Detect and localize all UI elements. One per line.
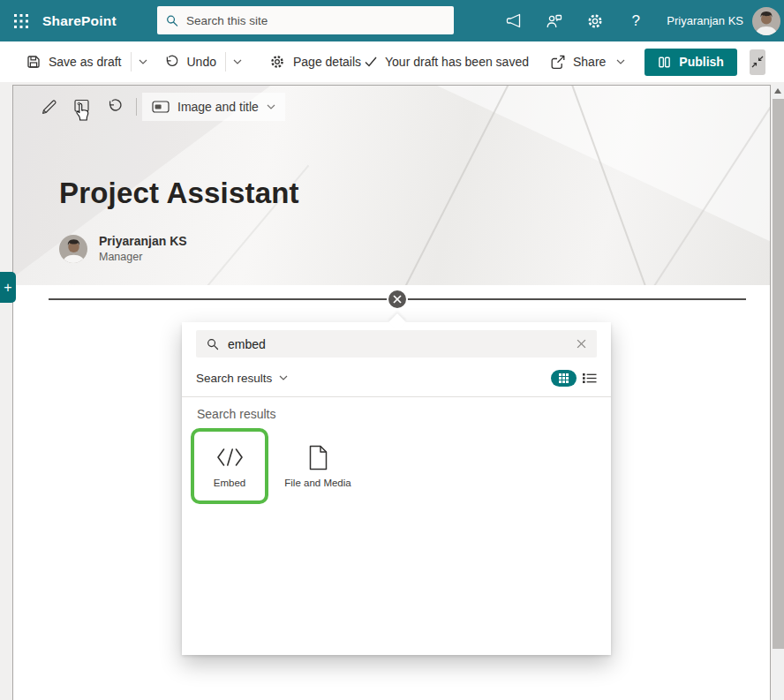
close-icon xyxy=(393,295,402,304)
page-title[interactable]: Project Assistant xyxy=(59,177,299,210)
author-avatar xyxy=(59,235,87,263)
collapse-arrows-icon xyxy=(751,56,764,68)
title-layout-dropdown[interactable]: Image and title xyxy=(142,93,285,121)
undo-icon xyxy=(164,55,179,69)
org-people-icon xyxy=(546,13,563,29)
layout-selector-label: Image and title xyxy=(177,100,259,114)
results-filter-label: Search results xyxy=(196,372,272,385)
webpart-search-box[interactable] xyxy=(196,330,597,358)
settings-button[interactable] xyxy=(575,0,615,41)
publish-icon xyxy=(658,56,671,69)
scroll-up-arrow[interactable] xyxy=(774,88,781,94)
share-icon xyxy=(550,55,566,70)
user-avatar[interactable] xyxy=(752,7,780,35)
vertical-scrollbar[interactable] xyxy=(773,85,784,700)
code-icon xyxy=(216,448,244,467)
checkmark-icon xyxy=(365,56,377,67)
waffle-icon xyxy=(14,14,28,28)
webpart-picker-panel: Search results xyxy=(182,322,611,655)
publish-button[interactable]: Publish xyxy=(645,49,737,76)
page-details-button[interactable]: Page details xyxy=(266,48,365,76)
webpart-search-input[interactable] xyxy=(228,337,568,351)
pencil-icon xyxy=(41,99,57,116)
reset-title-area-button[interactable] xyxy=(98,93,131,121)
add-section-tab-button[interactable]: + xyxy=(0,272,16,303)
help-button[interactable]: ? xyxy=(615,0,656,41)
layout-thumbnail-icon xyxy=(152,101,170,113)
clear-x-icon xyxy=(577,339,586,349)
save-icon xyxy=(26,55,41,69)
search-icon xyxy=(166,14,178,27)
page-editor-workspace: Image and title Project Assistant xyxy=(0,82,784,700)
share-button[interactable]: Share xyxy=(550,55,625,70)
save-as-draft-menu-button[interactable] xyxy=(131,52,154,72)
share-label: Share xyxy=(573,55,606,69)
scrollbar-thumb[interactable] xyxy=(773,99,784,649)
chevron-down-icon xyxy=(139,59,147,64)
edit-title-area-button[interactable] xyxy=(33,93,65,121)
avatar-photo xyxy=(752,7,780,35)
announcements-button[interactable] xyxy=(494,0,534,41)
hand-cursor-pointer xyxy=(73,102,92,123)
avatar-photo xyxy=(59,235,87,263)
undo-label: Undo xyxy=(187,55,216,69)
signed-in-user-name[interactable]: Priyaranjan KS xyxy=(667,14,743,27)
picker-filter-row: Search results xyxy=(196,367,597,388)
draft-saved-status: Your draft has been saved xyxy=(365,55,529,69)
list-view-icon xyxy=(583,373,597,384)
org-feedback-button[interactable] xyxy=(534,0,575,41)
save-as-draft-button[interactable]: Save as draft xyxy=(23,48,125,76)
site-search-box[interactable] xyxy=(157,6,454,34)
chevron-down-icon xyxy=(616,59,625,64)
close-webpart-picker-button[interactable] xyxy=(387,289,408,310)
publish-label: Publish xyxy=(679,55,724,69)
author-name: Priyaranjan KS xyxy=(99,234,187,248)
hero-toolbar: Image and title xyxy=(33,93,285,121)
chevron-down-icon xyxy=(279,375,288,380)
draft-saved-text: Your draft has been saved xyxy=(385,55,529,69)
webpart-tile-embed[interactable]: Embed xyxy=(191,428,268,504)
results-section-heading: Search results xyxy=(197,407,275,421)
reset-arrow-icon xyxy=(106,99,123,115)
grid-view-toggle[interactable] xyxy=(551,370,577,387)
toolbar-divider xyxy=(136,98,137,116)
undo-button[interactable]: Undo xyxy=(161,48,220,76)
megaphone-icon xyxy=(505,13,524,29)
site-search-input[interactable] xyxy=(186,14,445,27)
author-role: Manager xyxy=(99,251,187,263)
undo-menu-button[interactable] xyxy=(225,52,248,72)
change-image-button[interactable] xyxy=(65,93,98,121)
webpart-tile-label: Embed xyxy=(214,478,245,488)
chevron-down-icon xyxy=(267,104,275,109)
page-author-block[interactable]: Priyaranjan KS Manager xyxy=(59,234,187,263)
grid-view-icon xyxy=(559,373,569,383)
question-mark-icon: ? xyxy=(632,12,640,30)
save-as-draft-label: Save as draft xyxy=(49,55,122,69)
search-icon xyxy=(207,338,219,350)
picker-divider xyxy=(182,396,611,397)
gear-icon xyxy=(586,12,604,30)
sharepoint-brand[interactable]: SharePoint xyxy=(42,13,117,29)
command-bar: Save as draft Undo Page details Your dra… xyxy=(0,41,784,82)
file-icon xyxy=(308,445,328,470)
collapse-commandbar-button[interactable] xyxy=(750,49,765,75)
webpart-tile-label: File and Media xyxy=(284,478,351,488)
gear-icon xyxy=(269,54,285,70)
suite-bar: SharePoint ? xyxy=(0,0,784,41)
chevron-down-icon xyxy=(233,59,242,64)
clear-search-button[interactable] xyxy=(577,339,586,349)
webpart-tiles: Embed File and Media xyxy=(191,428,360,504)
page-details-label: Page details xyxy=(293,55,361,69)
hero-title-region[interactable]: Image and title Project Assistant xyxy=(13,86,770,285)
hero-background-seam xyxy=(393,86,515,285)
app-launcher-button[interactable] xyxy=(0,0,42,41)
list-view-toggle[interactable] xyxy=(583,373,597,384)
webpart-tile-file-and-media[interactable]: File and Media xyxy=(275,428,360,504)
results-filter-dropdown[interactable]: Search results xyxy=(196,372,288,385)
